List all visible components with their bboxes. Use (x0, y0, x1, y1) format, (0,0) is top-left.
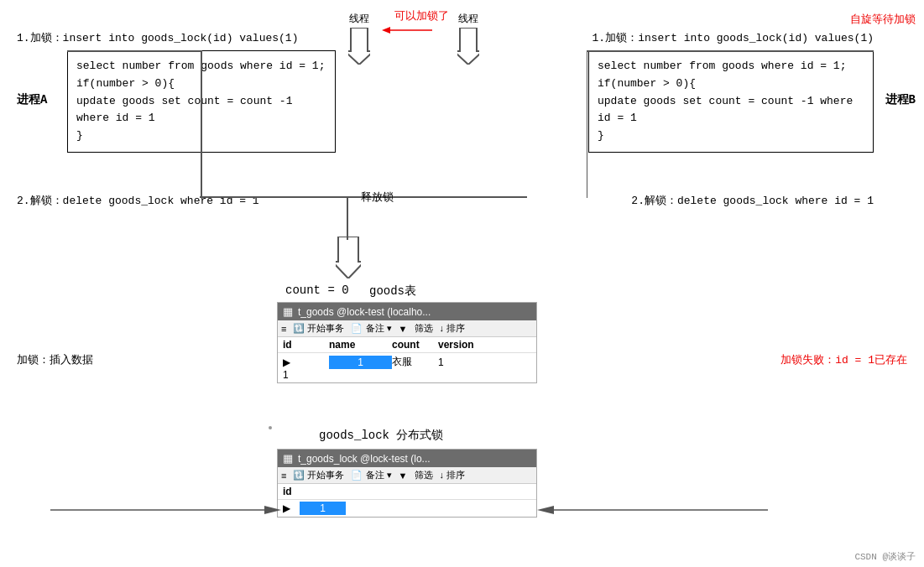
toolbar-note: 📄 备注 ▾ (351, 322, 391, 335)
lock-toolbar-filter: 筛选 (415, 469, 433, 481)
main-container: 1.加锁：insert into goods_lock(id) values(1… (0, 0, 924, 567)
goods-table-columns: id name count version (278, 337, 536, 353)
goods-table-toolbar: ≡ 🔃 开始事务 📄 备注 ▾ ▼ 筛选 ↓ 排序 (278, 320, 536, 337)
goods-lock-label: goods_lock 分布式锁 (319, 428, 443, 443)
dot-decoration (269, 426, 272, 429)
cell-name: 衣服 (392, 355, 438, 369)
goods-lock-table: ▦ t_goods_lock @lock-test (lo... ≡ 🔃 开始事… (277, 449, 537, 518)
lock-header-icon: ▦ (283, 452, 293, 465)
goods-lock-header: ▦ t_goods_lock @lock-test (lo... (278, 450, 536, 467)
release-lock-label: 释放锁 (361, 190, 394, 205)
lock-cell-id: 1 (300, 502, 346, 515)
goods-lock-toolbar: ≡ 🔃 开始事务 📄 备注 ▾ ▼ 筛选 ↓ 排序 (278, 467, 536, 484)
thread-arrow-left: 线程 (348, 12, 370, 65)
goods-table-row: ▶ 1 衣服 1 1 (278, 353, 536, 382)
svg-marker-4 (336, 237, 361, 278)
spin-wait-label: 自旋等待加锁 (850, 12, 916, 27)
watermark: CSDN @谈谈子 (854, 550, 916, 563)
col-id: id (283, 339, 329, 351)
code-b-line-4: } (598, 127, 864, 145)
goods-header-title: t_goods @lock-test (localho... (298, 306, 431, 318)
row-arrow: ▶ (283, 356, 329, 368)
lock-insert-label: 加锁：插入数据 (17, 352, 93, 367)
col-version: version (438, 339, 488, 351)
v-line-right-b (587, 50, 588, 198)
goods-lock-row: ▶ 1 (278, 500, 536, 517)
thread-label-left: 线程 (349, 12, 369, 26)
code-b-line-3: update goods set count = count -1 where … (598, 93, 864, 128)
lock-toolbar-start: 🔃 开始事务 (293, 469, 344, 481)
lock-toolbar-menu: ≡ (281, 471, 286, 481)
h-line-top-left (67, 50, 202, 52)
process-b-label: 进程B (885, 92, 916, 107)
goods-table-header: ▦ t_goods @lock-test (localho... (278, 303, 536, 320)
goods-header-icon: ▦ (283, 305, 293, 318)
code-b-line-1: select number from goods where id = 1; (598, 58, 864, 75)
process-b-box: select number from goods where id = 1; i… (588, 50, 874, 153)
svg-marker-3 (382, 27, 390, 34)
thread-arrow-left-svg (348, 28, 370, 65)
v-line-left-a (201, 50, 202, 198)
bottom-right-arrow (537, 502, 772, 518)
cell-id: 1 (329, 356, 392, 369)
step1-label-left: 1.加锁：insert into goods_lock(id) values(1… (17, 30, 298, 45)
toolbar-start: 🔃 开始事务 (293, 322, 344, 335)
step2-label-right: 2.解锁：delete goods_lock where id = 1 (631, 193, 874, 208)
process-b-code: select number from goods where id = 1; i… (598, 58, 864, 145)
goods-table: ▦ t_goods @lock-test (localho... ≡ 🔃 开始事… (277, 302, 537, 383)
bottom-left-arrow (50, 502, 285, 518)
count-zero-label: count = 0 (285, 284, 349, 297)
lock-header-title: t_goods_lock @lock-test (lo... (298, 453, 431, 465)
h-line-left-step2 (200, 196, 347, 198)
svg-marker-1 (457, 28, 479, 65)
lock-row-arrow: ▶ (283, 502, 300, 514)
svg-marker-0 (348, 28, 370, 65)
thread-arrow-right-svg (457, 28, 479, 65)
lock-toolbar-sort: ↓ 排序 (440, 469, 466, 481)
col-count: count (392, 339, 438, 351)
h-line-top-right (587, 50, 874, 52)
toolbar-filter-icon: ▼ (399, 324, 408, 334)
cell-count: 1 (438, 356, 488, 368)
code-b-line-2: if(number > 0){ (598, 75, 864, 93)
center-down-arrow (336, 237, 361, 282)
cell-version: 1 (283, 369, 329, 381)
svg-marker-6 (264, 506, 281, 514)
goods-table-label: goods表 (369, 284, 416, 299)
col-name: name (329, 339, 392, 351)
lock-toolbar-filter-icon: ▼ (399, 471, 408, 481)
svg-marker-8 (537, 506, 554, 514)
v-line-center (347, 196, 348, 240)
step2-label-left: 2.解锁：delete goods_lock where id = 1 (17, 193, 259, 208)
can-lock-arrow (382, 22, 449, 39)
toolbar-filter: 筛选 (415, 322, 433, 335)
lock-toolbar-note: 📄 备注 ▾ (351, 469, 391, 481)
toolbar-sort: ↓ 排序 (440, 322, 466, 335)
process-a-label: 进程A (17, 92, 47, 107)
lock-col-id: id (283, 486, 333, 497)
thread-arrow-right: 线程 (457, 12, 479, 65)
toolbar-menu-icon: ≡ (281, 324, 286, 334)
thread-label-right: 线程 (458, 12, 478, 26)
lock-fail-label: 加锁失败：id = 1已存在 (780, 352, 907, 367)
goods-lock-columns: id (278, 484, 536, 500)
step1-label-right: 1.加锁：insert into goods_lock(id) values(1… (593, 30, 874, 45)
